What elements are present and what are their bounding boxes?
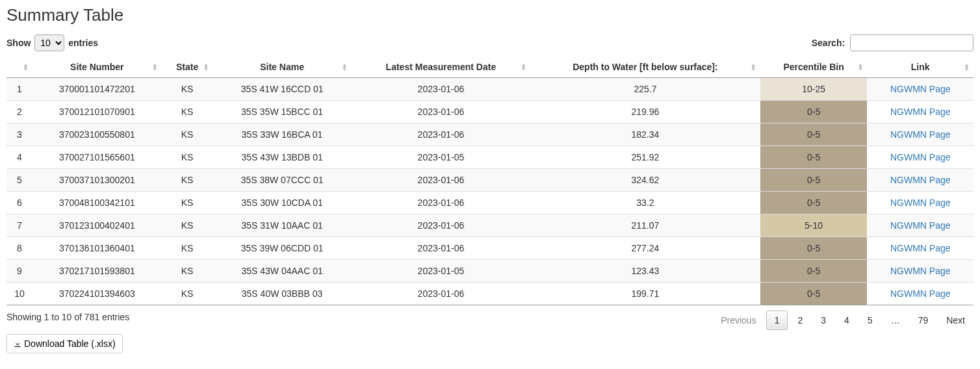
col-site-name[interactable]: Site Name▲▼: [213, 57, 351, 78]
search-input[interactable]: [850, 34, 974, 51]
cell-site-name: 35S 43W 13BDB 01: [213, 146, 351, 169]
page-number[interactable]: 4: [836, 311, 858, 330]
page-number[interactable]: 1: [766, 311, 788, 330]
length-select[interactable]: 10: [34, 34, 64, 51]
sort-icon: ▲▼: [521, 63, 526, 71]
table-row: 5370037101300201KS35S 38W 07CCC 012023-0…: [6, 169, 974, 192]
cell-site-name: 35S 35W 15BCC 01: [213, 101, 351, 123]
cell-site-name: 35S 31W 10AAC 01: [213, 214, 351, 237]
download-icon: [14, 340, 21, 348]
sort-icon: ▲▼: [342, 63, 348, 71]
col-date[interactable]: Latest Measurement Date▲▼: [352, 57, 530, 78]
cell-link: NGWMN Page: [867, 237, 974, 260]
sort-icon: ▲▼: [751, 63, 756, 71]
cell-site-number: 370037101300201: [32, 169, 162, 192]
table-row: 3370023100550801KS35S 33W 16BCA 012023-0…: [6, 123, 974, 146]
cell-date: 2023-01-06: [352, 169, 530, 192]
sort-icon: ▲▼: [858, 63, 864, 71]
table-row: 2370012101070901KS35S 35W 15BCC 012023-0…: [6, 101, 974, 123]
cell-link: NGWMN Page: [867, 214, 974, 237]
cell-date: 2023-01-06: [352, 78, 530, 101]
cell-depth: 324.62: [530, 169, 760, 192]
cell-pbin: 0-5: [760, 237, 868, 260]
cell-site-number: 370224101394603: [32, 283, 162, 305]
cell-depth: 225.7: [530, 78, 760, 101]
ngwmn-link[interactable]: NGWMN Page: [890, 197, 951, 208]
page-last[interactable]: 79: [910, 311, 937, 330]
col-state[interactable]: State▲▼: [162, 57, 213, 78]
cell-site-number: 370012101070901: [32, 101, 162, 123]
sort-icon: ▲▼: [964, 63, 970, 71]
cell-state: KS: [162, 78, 213, 101]
table-row: 9370217101593801KS35S 43W 04AAC 012023-0…: [6, 260, 974, 283]
cell-site-number: 370001101472201: [32, 78, 162, 101]
cell-index: 6: [6, 192, 32, 214]
cell-pbin: 0-5: [760, 101, 868, 123]
cell-pbin: 0-5: [760, 146, 868, 169]
cell-depth: 33.2: [530, 192, 760, 214]
summary-table: ▲▼ Site Number▲▼ State▲▼ Site Name▲▼ Lat…: [6, 57, 974, 305]
ngwmn-link[interactable]: NGWMN Page: [890, 288, 951, 299]
ngwmn-link[interactable]: NGWMN Page: [890, 175, 951, 185]
ngwmn-link[interactable]: NGWMN Page: [890, 266, 951, 276]
cell-site-number: 370136101360401: [32, 237, 162, 260]
sort-icon: ▲▼: [23, 63, 29, 71]
page-title: Summary Table: [6, 5, 974, 25]
cell-depth: 123.43: [530, 260, 760, 283]
cell-index: 7: [6, 214, 32, 237]
table-row: 1370001101472201KS35S 41W 16CCD 012023-0…: [6, 78, 974, 101]
page-number[interactable]: 5: [859, 311, 881, 330]
download-label: Download Table (.xlsx): [24, 338, 116, 349]
cell-link: NGWMN Page: [867, 192, 974, 214]
ngwmn-link[interactable]: NGWMN Page: [890, 129, 951, 140]
cell-depth: 199.71: [530, 283, 760, 305]
cell-date: 2023-01-06: [352, 237, 530, 260]
cell-state: KS: [162, 101, 213, 123]
cell-state: KS: [162, 237, 213, 260]
cell-link: NGWMN Page: [867, 146, 974, 169]
cell-pbin: 0-5: [760, 192, 868, 214]
page-number[interactable]: 3: [812, 311, 834, 330]
table-row: 8370136101360401KS35S 39W 06CDD 012023-0…: [6, 237, 974, 260]
cell-site-number: 370027101565601: [32, 146, 162, 169]
cell-depth: 251.92: [530, 146, 760, 169]
cell-pbin: 0-5: [760, 260, 868, 283]
cell-date: 2023-01-06: [352, 283, 530, 305]
table-row: 6370048100342101KS35S 30W 10CDA 012023-0…: [6, 192, 974, 214]
cell-site-number: 370023100550801: [32, 123, 162, 146]
page-ellipsis: …: [883, 311, 909, 330]
pagination: Previous 12345 … 79 Next: [711, 311, 974, 330]
length-suffix: entries: [68, 38, 98, 48]
cell-date: 2023-01-05: [352, 260, 530, 283]
col-pbin[interactable]: Percentile Bin▲▼: [760, 57, 868, 78]
ngwmn-link[interactable]: NGWMN Page: [890, 107, 951, 117]
page-next[interactable]: Next: [938, 311, 974, 330]
page-number[interactable]: 2: [789, 311, 811, 330]
sort-icon: ▲▼: [203, 63, 209, 71]
cell-depth: 219.96: [530, 101, 760, 123]
ngwmn-link[interactable]: NGWMN Page: [890, 152, 951, 162]
col-site-number[interactable]: Site Number▲▼: [32, 57, 162, 78]
cell-pbin: 0-5: [760, 169, 868, 192]
cell-index: 8: [6, 237, 32, 260]
cell-depth: 277.24: [530, 237, 760, 260]
cell-index: 2: [6, 101, 32, 123]
cell-site-name: 35S 30W 10CDA 01: [213, 192, 351, 214]
cell-site-name: 35S 33W 16BCA 01: [213, 123, 351, 146]
page-previous[interactable]: Previous: [712, 311, 764, 330]
table-row: 7370123100402401KS35S 31W 10AAC 012023-0…: [6, 214, 974, 237]
col-depth[interactable]: Depth to Water [ft below surface]:▲▼: [530, 57, 760, 78]
cell-date: 2023-01-06: [352, 214, 530, 237]
cell-site-number: 370217101593801: [32, 260, 162, 283]
ngwmn-link[interactable]: NGWMN Page: [890, 84, 951, 94]
col-index[interactable]: ▲▼: [6, 57, 32, 78]
cell-state: KS: [162, 192, 213, 214]
ngwmn-link[interactable]: NGWMN Page: [890, 220, 951, 231]
cell-date: 2023-01-06: [352, 123, 530, 146]
col-link[interactable]: Link▲▼: [867, 57, 974, 78]
download-button[interactable]: Download Table (.xlsx): [6, 334, 123, 353]
ngwmn-link[interactable]: NGWMN Page: [890, 243, 951, 253]
cell-site-name: 35S 40W 03BBB 03: [213, 283, 351, 305]
search-control: Search:: [812, 34, 974, 51]
cell-state: KS: [162, 283, 213, 305]
